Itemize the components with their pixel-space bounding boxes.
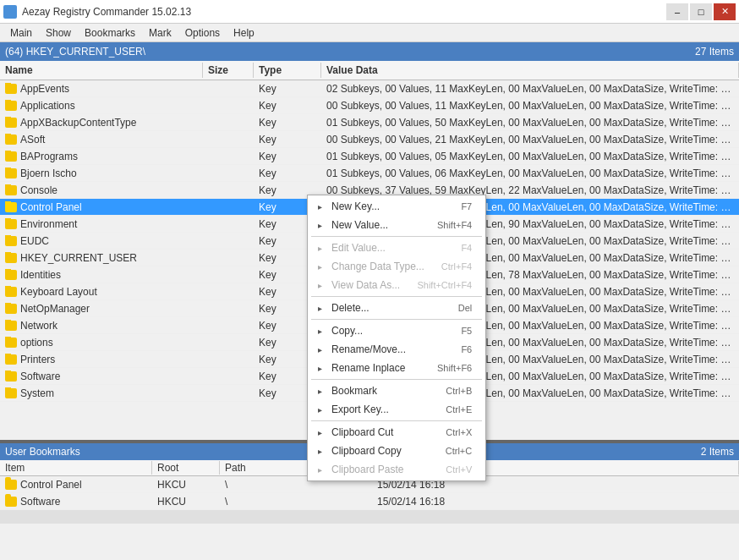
menu-item-bookmarks[interactable]: Bookmarks [78, 25, 142, 41]
table-header: Name Size Type Value Data [0, 61, 739, 80]
cell-type: Key [254, 83, 321, 95]
bookmark-row[interactable]: SoftwareHKCU\15/02/14 16:18 [0, 493, 739, 510]
folder-icon [5, 354, 17, 365]
ctx-label: Copy... [331, 325, 363, 337]
ctx-item-change-data-type---: ▸Change Data Type...Ctrl+F4 [308, 257, 485, 276]
cell-name: Printers [0, 354, 203, 365]
bookmark-path: \ [220, 496, 372, 508]
cell-value: 01 Subkeys, 00 Values, 05 MaxKeyLen, 00 … [321, 151, 739, 162]
context-menu: ▸New Key...F7▸New Value...Shift+F4▸Edit … [307, 195, 486, 481]
cell-name: Control Panel [0, 201, 203, 213]
ctx-item-rename-move---[interactable]: ▸Rename/Move...F6 [308, 340, 485, 359]
cell-name: Keyboard Layout [0, 286, 203, 298]
ctx-separator [311, 236, 482, 237]
folder-icon [5, 388, 17, 398]
menu-item-mark[interactable]: Mark [142, 25, 178, 41]
cell-type: Key [254, 151, 321, 162]
bookmark-comment: 15/02/14 16:18 [372, 496, 739, 508]
ctx-label: Rename/Move... [331, 343, 406, 355]
bookmark-item: Software [0, 496, 152, 508]
col-header-size: Size [203, 63, 254, 78]
ctx-shortcut: Shift+F6 [437, 363, 472, 373]
menu-item-help[interactable]: Help [227, 25, 261, 41]
ctx-shortcut: Ctrl+C [446, 446, 472, 456]
menu-item-main[interactable]: Main [3, 25, 39, 41]
ctx-label: Bookmark [331, 385, 377, 397]
clipcopy-icon: ▸ [313, 444, 326, 458]
app-icon [3, 5, 17, 19]
cell-name: AppXBackupContentType [0, 117, 203, 129]
cell-name: NetOpManager [0, 303, 203, 315]
cut-icon: ▸ [313, 425, 326, 439]
ctx-item-edit-value---: ▸Edit Value...F4 [308, 239, 485, 257]
folder-icon [5, 236, 17, 246]
bookmarks-title: User Bookmarks [5, 446, 80, 458]
cell-value: 01 Subkeys, 00 Values, 50 MaxKeyLen, 00 … [321, 117, 739, 129]
col-header-value: Value Data [321, 63, 739, 78]
menu-item-show[interactable]: Show [39, 25, 78, 41]
cell-value: 00 Subkeys, 00 Values, 11 MaxKeyLen, 00 … [321, 100, 739, 112]
folder-icon [5, 480, 17, 490]
ctx-item-bookmark[interactable]: ▸BookmarkCtrl+B [308, 382, 485, 400]
ctx-label: New Value... [331, 219, 388, 231]
menu-bar: MainShowBookmarksMarkOptionsHelp [0, 24, 739, 42]
ctx-item-copy---[interactable]: ▸Copy...F5 [308, 321, 485, 340]
ctx-separator [311, 420, 482, 421]
maximize-button[interactable]: □ [690, 3, 712, 20]
cell-type: Key [254, 167, 321, 179]
folder-icon [5, 202, 17, 212]
ctx-label: Delete... [331, 302, 370, 314]
ctx-label: Clipboard Paste [331, 464, 403, 475]
cell-name: HKEY_CURRENT_USER [0, 252, 203, 264]
folder-icon [5, 497, 17, 507]
new-value-icon: ▸ [313, 218, 326, 232]
ctx-separator [311, 379, 482, 380]
ctx-item-rename-inplace[interactable]: ▸Rename InplaceShift+F6 [308, 359, 485, 377]
folder-icon [5, 304, 17, 314]
ctx-shortcut: Ctrl+X [446, 427, 472, 437]
ctx-shortcut: F4 [461, 243, 472, 253]
table-row[interactable]: ApplicationsKey00 Subkeys, 00 Values, 11… [0, 97, 739, 114]
table-row[interactable]: BAProgramsKey01 Subkeys, 00 Values, 05 M… [0, 148, 739, 165]
change-icon: ▸ [313, 260, 326, 273]
rename-inplace-icon: ▸ [313, 361, 326, 375]
cell-type: Key [254, 134, 321, 145]
table-row[interactable]: AppXBackupContentTypeKey01 Subkeys, 00 V… [0, 114, 739, 131]
cell-name: options [0, 337, 203, 349]
close-button[interactable]: ✕ [714, 3, 736, 20]
cell-value: 01 Subkeys, 00 Values, 06 MaxKeyLen, 00 … [321, 167, 739, 179]
ctx-shortcut: Shift+Ctrl+F4 [417, 280, 472, 290]
ctx-item-new-key---[interactable]: ▸New Key...F7 [308, 197, 485, 216]
ctx-item-new-value---[interactable]: ▸New Value...Shift+F4 [308, 216, 485, 234]
table-row[interactable]: Bjoern IschoKey01 Subkeys, 00 Values, 06… [0, 165, 739, 182]
folder-icon [5, 321, 17, 331]
folder-icon [5, 185, 17, 195]
table-row[interactable]: ASoftKey00 Subkeys, 00 Values, 21 MaxKey… [0, 131, 739, 148]
ctx-item-clipboard-paste: ▸Clipboard PasteCtrl+V [308, 460, 485, 479]
ctx-item-clipboard-copy[interactable]: ▸Clipboard CopyCtrl+C [308, 442, 485, 460]
ctx-shortcut: Ctrl+F4 [441, 261, 472, 272]
cell-value: 00 Subkeys, 00 Values, 21 MaxKeyLen, 00 … [321, 134, 739, 145]
ctx-item-export-key---[interactable]: ▸Export Key...Ctrl+E [308, 400, 485, 419]
folder-icon [5, 118, 17, 128]
cell-name: Applications [0, 100, 203, 112]
ctx-item-clipboard-cut[interactable]: ▸Clipboard CutCtrl+X [308, 423, 485, 442]
table-row[interactable]: AppEventsKey02 Subkeys, 00 Values, 11 Ma… [0, 80, 739, 97]
item-count: 27 Items [695, 46, 734, 58]
ctx-item-delete---[interactable]: ▸Delete...Del [308, 299, 485, 317]
view-icon: ▸ [313, 278, 326, 292]
minimize-button[interactable]: – [666, 3, 688, 20]
menu-item-options[interactable]: Options [178, 25, 227, 41]
cell-name: Console [0, 184, 203, 196]
folder-icon [5, 168, 17, 178]
export-icon: ▸ [313, 403, 326, 416]
cell-type: Key [254, 100, 321, 112]
cell-type: Key [254, 117, 321, 129]
title-bar: Aezay Registry Commander 15.02.13 – □ ✕ [0, 0, 739, 24]
ctx-label: Edit Value... [331, 242, 386, 254]
new-key-icon: ▸ [313, 200, 326, 213]
ctx-separator [311, 319, 482, 320]
bottom-hscroll[interactable] [0, 510, 739, 524]
ctx-label: Clipboard Cut [331, 426, 393, 438]
folder-icon [5, 151, 17, 162]
